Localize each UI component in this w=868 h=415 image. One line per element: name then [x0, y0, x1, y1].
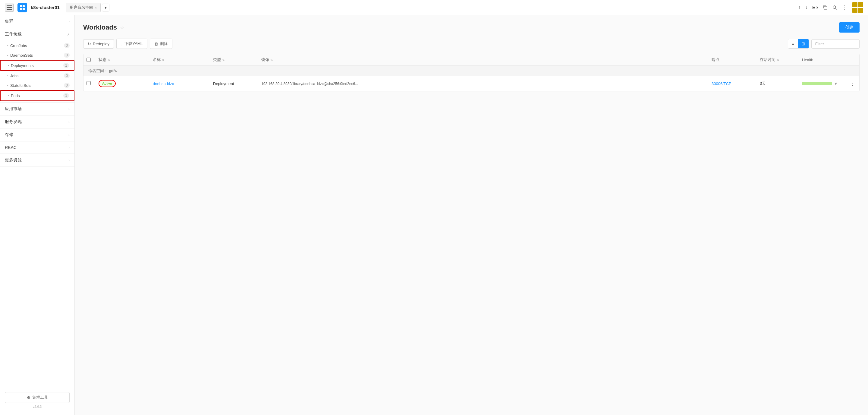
download-icon[interactable]: ↓ — [805, 5, 808, 10]
toolbar: ↻ Redeploy ↓ 下载YAML 🗑 删除 ≡ ⊞ — [83, 39, 860, 49]
chevron-up-icon: ∧ — [67, 33, 70, 36]
copy-icon[interactable] — [823, 5, 828, 10]
redeploy-button[interactable]: ↻ Redeploy — [83, 39, 114, 49]
name-column-header: 名称 ⇅ — [150, 57, 210, 62]
image-column-header: 镜像 ⇅ — [258, 57, 709, 62]
folder-icon: ▪ — [7, 74, 8, 78]
download-yaml-button[interactable]: ↓ 下载YAML — [116, 39, 147, 49]
row-checkbox[interactable] — [87, 81, 91, 85]
sidebar-item-statefulsets[interactable]: ▪ StatefulSets 0 — [0, 81, 74, 90]
page-header: Workloads ☆ 创建 — [83, 22, 860, 33]
uptime-value: 3天 — [760, 81, 766, 86]
gear-icon: ⚙ — [27, 395, 30, 400]
cluster-tools-button[interactable]: ⚙ 集群工具 — [5, 392, 70, 403]
sidebar-rbac-header[interactable]: RBAC › — [0, 142, 74, 153]
workload-name-link[interactable]: dnehsa-bizc — [153, 82, 174, 86]
create-button[interactable]: 创建 — [839, 22, 860, 33]
sidebar-storage-header[interactable]: 存储 › — [0, 128, 74, 141]
sidebar-item-cronjobs[interactable]: ▪ CronJobs 0 — [0, 41, 74, 50]
sidebar-storage-label: 存储 — [5, 132, 13, 138]
grid-view-icon: ⊞ — [801, 41, 805, 46]
sort-icon[interactable]: ⇅ — [222, 58, 224, 62]
sidebar-section-cluster-header[interactable]: 集群 › — [0, 15, 74, 28]
uptime-column-header: 存活时间 ⇅ — [757, 57, 799, 62]
chevron-right-icon: › — [68, 133, 70, 137]
table-row: Active dnehsa-bizc Deployment 192.168.20… — [84, 76, 859, 91]
sidebar-moreresources-header[interactable]: 更多资源 › — [0, 154, 74, 167]
more-icon[interactable]: ⋮ — [842, 4, 847, 11]
delete-label: 删除 — [160, 41, 168, 47]
search-icon[interactable] — [832, 5, 837, 10]
daemonsets-label: DaemonSets — [10, 53, 33, 58]
folder-icon: ▪ — [7, 44, 8, 47]
sidebar-item-pods[interactable]: ▪ Pods 1 — [0, 90, 74, 101]
upload-icon[interactable]: ↑ — [798, 5, 801, 10]
chevron-right-icon: › — [68, 107, 70, 111]
sidebar-section-storage: 存储 › — [0, 128, 74, 142]
sidebar-section-cluster: 集群 › — [0, 15, 74, 28]
daemonsets-count: 0 — [64, 53, 70, 58]
sidebar-cluster-label: 集群 — [5, 19, 13, 24]
sidebar-appmarket-label: 应用市场 — [5, 106, 22, 112]
row-more-button[interactable]: ⋮ — [850, 81, 855, 86]
sidebar: 集群 › 工作负载 ∧ ▪ CronJobs 0 ▪ DaemonSets — [0, 15, 75, 415]
list-view-icon: ≡ — [792, 41, 794, 46]
sidebar-section-workloads-header[interactable]: 工作负载 ∧ — [0, 28, 74, 41]
sidebar-section-workloads: 工作负载 ∧ ▪ CronJobs 0 ▪ DaemonSets 0 ▪ — [0, 28, 74, 102]
workload-type: Deployment — [213, 82, 234, 86]
svg-rect-7 — [824, 6, 827, 9]
sidebar-workloads-label: 工作负载 — [5, 32, 22, 37]
svg-rect-2 — [20, 8, 22, 10]
sidebar-servicediscovery-label: 服务发现 — [5, 119, 22, 124]
svg-rect-6 — [813, 7, 815, 8]
download-icon: ↓ — [121, 41, 123, 46]
hamburger-button[interactable] — [5, 4, 14, 11]
filter-input[interactable] — [811, 39, 860, 49]
sidebar-section-appmarket: 应用市场 › — [0, 102, 74, 116]
health-chevron-icon[interactable]: ∨ — [835, 82, 837, 86]
svg-rect-5 — [817, 7, 818, 8]
list-view-button[interactable]: ≡ — [788, 39, 798, 48]
sidebar-item-jobs[interactable]: ▪ Jobs 0 — [0, 71, 74, 81]
status-column-header: 状态 ⇅ — [96, 57, 150, 62]
sidebar-item-daemonsets[interactable]: ▪ DaemonSets 0 — [0, 50, 74, 60]
sidebar-item-deployments[interactable]: ▪ Deployments 1 — [0, 60, 74, 71]
battery-icon[interactable] — [812, 5, 818, 10]
namespace-tab[interactable]: 用户命名空间 × — [66, 3, 101, 12]
svg-rect-0 — [20, 5, 22, 7]
sort-icon[interactable]: ⇅ — [777, 58, 779, 62]
main-layout: 集群 › 工作负载 ∧ ▪ CronJobs 0 ▪ DaemonSets — [0, 15, 868, 415]
sidebar-section-servicediscovery: 服务发现 › — [0, 116, 74, 128]
health-bar-fill — [802, 82, 832, 85]
sort-icon[interactable]: ⇅ — [162, 58, 164, 62]
redeploy-label: Redeploy — [93, 41, 110, 46]
endpoint-link[interactable]: 30006/TCP — [712, 82, 732, 86]
sidebar-servicediscovery-header[interactable]: 服务发现 › — [0, 116, 74, 128]
chevron-right-icon: › — [68, 146, 70, 149]
sort-icon[interactable]: ⇅ — [270, 58, 273, 62]
deployments-label: Deployments — [11, 63, 34, 68]
brand-logo — [852, 2, 863, 13]
health-bar: ∨ — [799, 82, 847, 86]
delete-icon: 🗑 — [154, 41, 158, 46]
status-badge: Active — [98, 80, 116, 87]
logo — [18, 3, 27, 12]
select-all-checkbox[interactable] — [87, 58, 91, 62]
statefulsets-count: 0 — [64, 83, 70, 88]
status-text: Active — [102, 82, 112, 86]
cronjobs-label: CronJobs — [10, 43, 27, 48]
sort-icon[interactable]: ⇅ — [107, 58, 110, 62]
favorite-star-icon[interactable]: ☆ — [120, 25, 124, 30]
sidebar-appmarket-header[interactable]: 应用市场 › — [0, 102, 74, 115]
namespace-group-row: 命名空间： gdfw — [84, 66, 859, 76]
delete-button[interactable]: 🗑 删除 — [150, 39, 173, 49]
tab-dropdown[interactable]: ▾ — [102, 4, 110, 11]
svg-rect-1 — [23, 5, 25, 7]
sidebar-section-rbac: RBAC › — [0, 142, 74, 154]
deployments-count: 1 — [63, 63, 69, 68]
chevron-right-icon: › — [68, 120, 70, 124]
grid-view-button[interactable]: ⊞ — [798, 39, 809, 48]
sidebar-rbac-label: RBAC — [5, 145, 17, 150]
tab-label: 用户命名空间 — [70, 5, 93, 10]
tab-close[interactable]: × — [95, 6, 97, 9]
